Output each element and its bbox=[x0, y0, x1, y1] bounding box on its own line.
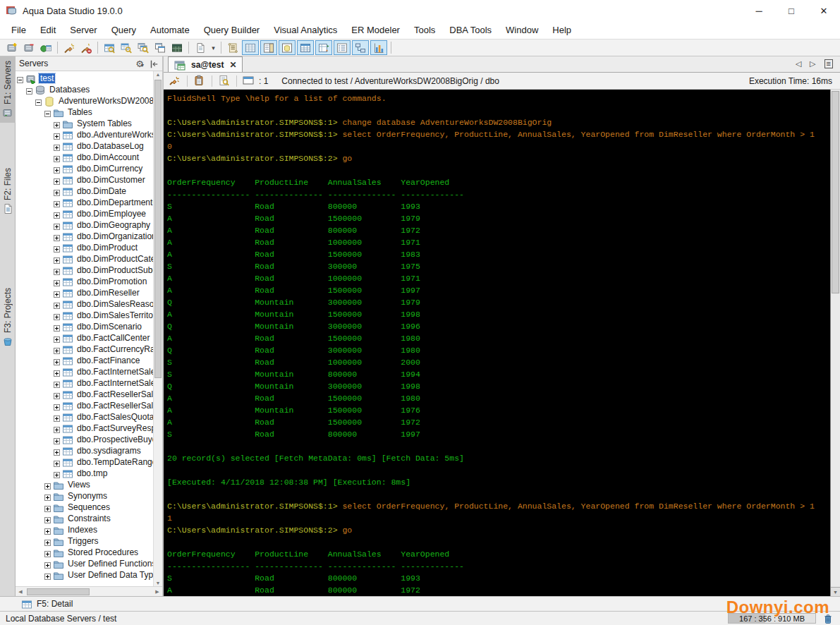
fluidshell-terminal[interactable]: FluidShell Type \help for a list of comm… bbox=[164, 90, 830, 596]
server-registration-icon[interactable] bbox=[37, 40, 54, 55]
results-object-icon[interactable] bbox=[279, 40, 296, 55]
expand-box-icon[interactable] bbox=[54, 437, 60, 443]
scroll-down-icon[interactable]: ▼ bbox=[154, 581, 162, 585]
menu-item-query-builder[interactable]: Query Builder bbox=[197, 23, 267, 37]
expand-box-icon[interactable] bbox=[44, 493, 51, 499]
tree-node-dbo-dimpromotion[interactable]: dbo.DimPromotion bbox=[16, 276, 153, 287]
expand-box-icon[interactable] bbox=[54, 369, 60, 375]
expand-box-icon[interactable] bbox=[54, 245, 60, 251]
results-list-icon[interactable] bbox=[334, 40, 351, 55]
tree-node-synonyms[interactable]: Synonyms bbox=[16, 490, 153, 502]
tab-list-icon[interactable]: ≡ bbox=[824, 59, 833, 68]
terminal-scroll-thumb[interactable] bbox=[832, 91, 839, 293]
tree-node-dbo-dimdepartmentgroup[interactable]: dbo.DimDepartmentGroup bbox=[16, 197, 153, 208]
terminal-scroll-down-icon[interactable]: ▼ bbox=[831, 587, 840, 596]
window-copy-icon[interactable] bbox=[152, 40, 169, 55]
tree-horizontal-scrollbar[interactable]: ◀ ▶ bbox=[16, 586, 162, 596]
collapse-box-icon[interactable] bbox=[17, 75, 23, 82]
tree-node-test[interactable]: test bbox=[16, 73, 153, 84]
tree-node-dbo-dimaccount[interactable]: dbo.DimAccount bbox=[16, 152, 153, 163]
tab-close-icon[interactable]: ✕ bbox=[229, 60, 236, 70]
prev-tab-icon[interactable]: ◁ bbox=[796, 59, 801, 68]
tree-node-dbo-factinternetsales[interactable]: dbo.FactInternetSales bbox=[16, 366, 153, 377]
tree-node-dbo-factresellersales[interactable]: dbo.FactResellerSales bbox=[16, 389, 153, 400]
tree-node-views[interactable]: Views bbox=[16, 479, 153, 490]
tree-node-dbo-factcurrencyrate[interactable]: dbo.FactCurrencyRate bbox=[16, 344, 153, 355]
menu-item-server[interactable]: Server bbox=[63, 23, 104, 37]
expand-box-icon[interactable] bbox=[54, 312, 60, 319]
collapse-box-icon[interactable] bbox=[35, 98, 42, 104]
side-tab-f3-projects[interactable]: F3: Projects bbox=[0, 284, 16, 351]
table-preview-icon[interactable] bbox=[118, 40, 135, 55]
table-find-icon[interactable] bbox=[101, 40, 118, 55]
expand-box-icon[interactable] bbox=[54, 222, 60, 229]
expand-box-icon[interactable] bbox=[44, 504, 51, 511]
expand-box-icon[interactable] bbox=[54, 154, 60, 161]
expand-box-icon[interactable] bbox=[54, 211, 60, 217]
expand-box-icon[interactable] bbox=[54, 256, 60, 262]
tree-node-dbo-dimsalesterritory[interactable]: dbo.DimSalesTerritory bbox=[16, 310, 153, 321]
tree-node-dbo-factresellersales[interactable]: dbo.FactResellerSales bbox=[16, 400, 153, 411]
expand-box-icon[interactable] bbox=[54, 290, 60, 296]
tree-node-user-defined-functions[interactable]: User Defined Functions bbox=[16, 558, 153, 569]
expand-box-icon[interactable] bbox=[54, 132, 60, 138]
register-server-icon[interactable] bbox=[4, 40, 20, 55]
results-table-icon[interactable] bbox=[297, 40, 314, 55]
script-icon[interactable] bbox=[224, 40, 241, 55]
expand-box-icon[interactable] bbox=[54, 143, 60, 150]
menu-item-er-modeler[interactable]: ER Modeler bbox=[344, 23, 407, 37]
tree-node-dbo-sysdiagrams[interactable]: dbo.sysdiagrams bbox=[16, 445, 153, 456]
tree-node-dbo-dimemployee[interactable]: dbo.DimEmployee bbox=[16, 208, 153, 219]
disconnect-plug-icon[interactable] bbox=[169, 75, 181, 87]
tree-node-dbo-databaselog[interactable]: dbo.DatabaseLog bbox=[16, 140, 153, 152]
menu-item-help[interactable]: Help bbox=[545, 23, 578, 37]
disconnect-server-icon[interactable] bbox=[78, 40, 95, 55]
expand-box-icon[interactable] bbox=[54, 188, 60, 195]
tree-node-indexes[interactable]: Indexes bbox=[16, 524, 153, 535]
tree-node-tables[interactable]: Tables bbox=[16, 107, 153, 118]
expand-box-icon[interactable] bbox=[54, 335, 60, 341]
menu-item-file[interactable]: File bbox=[4, 23, 33, 37]
minimize-button[interactable]: ─ bbox=[743, 0, 775, 21]
menu-item-tools[interactable]: Tools bbox=[407, 23, 442, 37]
menu-item-edit[interactable]: Edit bbox=[33, 23, 63, 37]
unregister-server-icon[interactable] bbox=[20, 40, 37, 55]
menu-item-visual-analytics[interactable]: Visual Analytics bbox=[267, 23, 344, 37]
tree-vertical-scrollbar[interactable]: ▲ ▼ bbox=[153, 71, 162, 586]
tree-node-dbo-dimdate[interactable]: dbo.DimDate bbox=[16, 186, 153, 197]
tree-node-dbo-tempdaterange[interactable]: dbo.TempDateRange bbox=[16, 456, 153, 468]
doc-preview-icon[interactable] bbox=[218, 75, 231, 87]
terminal-scrollbar[interactable]: ▼ bbox=[830, 90, 840, 596]
tree-vscroll-thumb[interactable] bbox=[154, 80, 162, 378]
expand-box-icon[interactable] bbox=[54, 166, 60, 172]
tree-node-dbo-dimproduct[interactable]: dbo.DimProduct bbox=[16, 242, 153, 253]
tree-node-dbo-prospectivebuyer[interactable]: dbo.ProspectiveBuyer bbox=[16, 434, 153, 445]
expand-box-icon[interactable] bbox=[44, 527, 51, 533]
next-tab-icon[interactable]: ▷ bbox=[810, 59, 815, 68]
side-tab-f1-servers[interactable]: F1: Servers bbox=[0, 56, 16, 123]
expand-box-icon[interactable] bbox=[54, 414, 60, 420]
expand-box-icon[interactable] bbox=[44, 538, 51, 545]
tree-node-system-tables[interactable]: System Tables bbox=[16, 118, 153, 129]
tree-node-dbo-dimcurrency[interactable]: dbo.DimCurrency bbox=[16, 163, 153, 174]
expand-box-icon[interactable] bbox=[54, 267, 60, 274]
table-dark-icon[interactable] bbox=[169, 40, 185, 55]
gear-icon[interactable]: ⚙▾ bbox=[135, 57, 144, 70]
expand-box-icon[interactable] bbox=[54, 301, 60, 308]
tree-node-databases[interactable]: Databases bbox=[16, 84, 153, 95]
tree-node-dbo-dimsalesreason[interactable]: dbo.DimSalesReason bbox=[16, 298, 153, 310]
tree-node-triggers[interactable]: Triggers bbox=[16, 535, 153, 547]
expand-box-icon[interactable] bbox=[44, 550, 51, 556]
tree-node-dbo-dimproductsubcategory[interactable]: dbo.DimProductSubcategory bbox=[16, 265, 153, 276]
collapse-box-icon[interactable] bbox=[44, 109, 51, 116]
menu-item-dba-tools[interactable]: DBA Tools bbox=[442, 23, 499, 37]
expand-box-icon[interactable] bbox=[54, 425, 60, 432]
expand-box-icon[interactable] bbox=[54, 392, 60, 398]
collapse-box-icon[interactable] bbox=[26, 87, 32, 93]
tree-node-dbo-dimreseller[interactable]: dbo.DimReseller bbox=[16, 287, 153, 298]
close-button[interactable]: ✕ bbox=[808, 0, 840, 21]
tree-node-sequences[interactable]: Sequences bbox=[16, 502, 153, 513]
window-preview-icon[interactable] bbox=[135, 40, 152, 55]
tree-node-dbo-tmp[interactable]: dbo.tmp bbox=[16, 468, 153, 479]
expand-box-icon[interactable] bbox=[44, 572, 51, 578]
